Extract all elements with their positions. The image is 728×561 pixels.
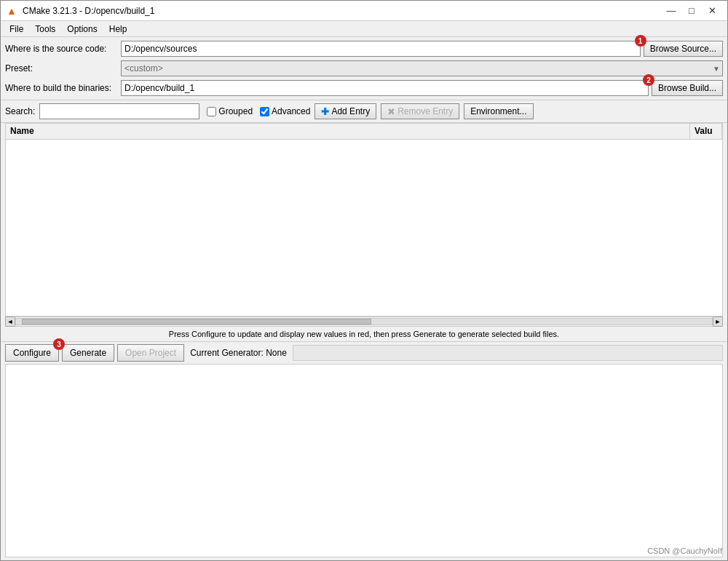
- environment-label: Environment...: [470, 106, 526, 116]
- close-button[interactable]: ✕: [703, 4, 721, 18]
- grouped-label: Grouped: [218, 106, 253, 116]
- table-area: Name Valu: [5, 123, 723, 317]
- name-column-header: Name: [6, 124, 690, 139]
- scroll-left-button[interactable]: ◄: [5, 317, 15, 327]
- source-row: Where is the source code: 1 Browse Sourc…: [5, 40, 723, 57]
- horizontal-scrollbar[interactable]: ◄ ►: [5, 317, 723, 327]
- search-input[interactable]: [39, 103, 199, 119]
- remove-entry-button[interactable]: ✖ Remove Entry: [381, 103, 459, 119]
- build-input[interactable]: [121, 80, 649, 96]
- grouped-checkbox[interactable]: [207, 107, 216, 116]
- search-row: Search: Grouped Advanced ✚ Add Entry ✖ R…: [1, 100, 727, 123]
- menu-file[interactable]: File: [4, 23, 29, 36]
- preset-row: Preset: <custom> ▼: [5, 60, 723, 77]
- add-icon: ✚: [321, 106, 329, 117]
- advanced-checkbox[interactable]: [260, 107, 269, 116]
- grouped-checkbox-label[interactable]: Grouped: [207, 106, 253, 116]
- menu-tools[interactable]: Tools: [29, 23, 61, 36]
- table-header: Name Valu: [6, 124, 722, 140]
- source-input[interactable]: [121, 41, 641, 57]
- menu-options[interactable]: Options: [61, 23, 103, 36]
- generator-field: [293, 345, 723, 361]
- source-input-wrapper: 1: [121, 41, 641, 57]
- source-label: Where is the source code:: [5, 44, 118, 54]
- configure-button[interactable]: Configure: [5, 344, 59, 362]
- open-project-button[interactable]: Open Project: [117, 344, 184, 362]
- output-area: [5, 364, 723, 557]
- main-window: ▲ CMake 3.21.3 - D:/opencv/build_1 — □ ✕…: [0, 0, 728, 561]
- preset-select[interactable]: <custom>: [121, 60, 723, 76]
- badge-1: 1: [635, 35, 646, 47]
- scrollbar-thumb[interactable]: [22, 319, 371, 325]
- build-input-wrapper: 2: [121, 80, 649, 96]
- remove-icon: ✖: [387, 106, 395, 117]
- environment-button[interactable]: Environment...: [464, 103, 533, 119]
- preset-label: Preset:: [5, 63, 118, 73]
- watermark: CSDN @CauchyNoIf: [647, 546, 722, 555]
- add-entry-label: Add Entry: [331, 106, 370, 116]
- generate-button[interactable]: Generate: [62, 344, 114, 362]
- title-bar: ▲ CMake 3.21.3 - D:/opencv/build_1 — □ ✕: [1, 1, 727, 21]
- generator-label: Current Generator: None: [190, 348, 287, 358]
- badge-3: 3: [53, 338, 65, 350]
- advanced-label: Advanced: [272, 106, 310, 116]
- checkbox-group: Grouped Advanced: [207, 106, 310, 116]
- status-message: Press Configure to update and display ne…: [169, 330, 559, 338]
- table-body: [6, 140, 722, 316]
- scrollbar-track[interactable]: [15, 318, 713, 325]
- minimize-button[interactable]: —: [662, 4, 681, 18]
- window-title: CMake 3.21.3 - D:/opencv/build_1: [23, 6, 662, 16]
- add-entry-button[interactable]: ✚ Add Entry: [314, 103, 376, 119]
- value-column-header: Valu: [690, 124, 722, 139]
- build-row: Where to build the binaries: 2 Browse Bu…: [5, 79, 723, 97]
- menu-bar: File Tools Options Help: [1, 21, 727, 37]
- window-controls: — □ ✕: [662, 4, 721, 18]
- status-bar: Press Configure to update and display ne…: [1, 327, 727, 341]
- build-label: Where to build the binaries:: [5, 83, 118, 93]
- browse-source-button[interactable]: Browse Source...: [644, 41, 723, 57]
- menu-help[interactable]: Help: [103, 23, 133, 36]
- bottom-toolbar: Configure 3 Generate Open Project Curren…: [1, 341, 727, 364]
- toolbar: Where is the source code: 1 Browse Sourc…: [1, 37, 727, 100]
- scroll-right-button[interactable]: ►: [713, 317, 723, 327]
- advanced-checkbox-label[interactable]: Advanced: [260, 106, 310, 116]
- browse-build-button[interactable]: Browse Build...: [652, 80, 723, 96]
- app-icon: ▲: [7, 5, 18, 17]
- search-label: Search:: [5, 106, 35, 116]
- maximize-button[interactable]: □: [682, 4, 701, 18]
- preset-wrapper: <custom> ▼: [121, 60, 723, 76]
- badge-2: 2: [643, 74, 654, 86]
- remove-entry-label: Remove Entry: [397, 106, 453, 116]
